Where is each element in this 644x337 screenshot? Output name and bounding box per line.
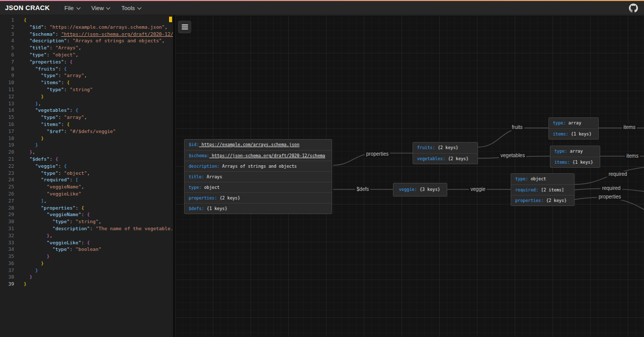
node-key: type:: [554, 149, 568, 154]
edge-label: vegetables: [499, 153, 526, 159]
node-row[interactable]: type: array: [550, 146, 600, 157]
line-number: 21: [0, 156, 14, 163]
editor-line[interactable]: 30 "type": "string",: [0, 218, 173, 225]
editor-line[interactable]: 17 "$ref": "#/$defs/veggie": [0, 128, 173, 135]
graph-edge: [478, 128, 548, 147]
editor-line[interactable]: 24 "required": [: [0, 176, 173, 183]
editor-line[interactable]: 1{: [0, 17, 173, 24]
node-row[interactable]: items: {1 keys}: [550, 157, 600, 167]
editor-line[interactable]: 6 "type": "object",: [0, 51, 173, 58]
menu-tools[interactable]: Tools: [117, 3, 146, 13]
node-value: {2 keys}: [217, 195, 240, 200]
editor-line[interactable]: 8 "fruits": {: [0, 65, 173, 73]
graph-node-fruits-items[interactable]: type: arrayitems: {1 keys}: [548, 117, 599, 140]
editor-line[interactable]: 32 },: [0, 232, 173, 239]
line-number: 26: [0, 190, 14, 197]
github-icon[interactable]: [629, 4, 638, 13]
line-number: 19: [0, 142, 14, 149]
line-number: 39: [0, 281, 14, 288]
editor-line[interactable]: 4 "description": "Arrays of strings and …: [0, 37, 173, 44]
line-number: 23: [0, 170, 14, 177]
line-number: 33: [0, 239, 14, 246]
menu-file-label: File: [64, 5, 74, 11]
menu-file[interactable]: File: [60, 3, 85, 13]
node-row[interactable]: vegetables: {2 keys}: [413, 153, 477, 164]
node-key: veggie:: [399, 187, 417, 192]
app-logo[interactable]: JSON CRACK: [5, 4, 50, 12]
editor-line[interactable]: 5 "title": "Arrays",: [0, 44, 173, 51]
editor-line[interactable]: 28 "properties": {: [0, 205, 173, 212]
node-row[interactable]: properties: {2 keys}: [185, 192, 332, 203]
edge-label: items: [625, 153, 640, 159]
editor-line[interactable]: 37 }: [0, 267, 173, 274]
editor-line[interactable]: 12 }: [0, 93, 173, 100]
menu-view[interactable]: View: [87, 3, 115, 13]
node-row[interactable]: required: [2 items]: [511, 184, 574, 195]
editor-line[interactable]: 31 "description": "The name of the veget…: [0, 225, 173, 232]
node-row[interactable]: title: Arrays: [185, 171, 332, 182]
line-number: 14: [0, 107, 14, 114]
node-key: type:: [189, 185, 202, 190]
node-key: vegetables:: [417, 156, 445, 161]
editor-line[interactable]: 10 "items": {: [0, 79, 173, 86]
edge-label: items: [622, 124, 637, 130]
editor-line[interactable]: 3 "$schema": "https://json-schema.org/dr…: [0, 31, 173, 38]
editor-line[interactable]: 18 }: [0, 135, 173, 142]
editor-line[interactable]: 15 "type": "array",: [0, 114, 173, 121]
node-key: $schema:: [189, 153, 209, 158]
node-row[interactable]: $schema: https://json-schema.org/draft/2…: [185, 150, 332, 161]
editor-line[interactable]: 26 "veggieLike": [0, 190, 173, 197]
editor-line[interactable]: 36 }: [0, 260, 173, 267]
editor-line[interactable]: 9 "type": "array",: [0, 72, 173, 79]
editor-line[interactable]: 14 "vegetables": {: [0, 107, 173, 114]
editor-line[interactable]: 13 },: [0, 100, 173, 107]
graph-node-veggie-object[interactable]: type: objectrequired: [2 items]propertie…: [511, 173, 575, 206]
editor-line[interactable]: 38 }: [0, 274, 173, 281]
line-number: 38: [0, 274, 14, 281]
node-row[interactable]: type: object: [511, 174, 574, 184]
graph-menu-button[interactable]: [178, 21, 191, 33]
editor-line[interactable]: 39}: [0, 281, 173, 288]
editor-line[interactable]: 29 "veggieName": {: [0, 211, 173, 218]
editor-line[interactable]: 21 "$defs": {: [0, 156, 173, 163]
node-row[interactable]: $defs: {1 keys}: [185, 203, 332, 214]
node-row[interactable]: veggie: {3 keys}: [393, 183, 447, 196]
node-value: object: [528, 176, 546, 181]
node-row[interactable]: type: array: [549, 118, 598, 128]
editor-line[interactable]: 25 "veggieName",: [0, 183, 173, 190]
editor-line[interactable]: 19 }: [0, 142, 173, 149]
editor-line[interactable]: 23 "type": "object",: [0, 170, 173, 177]
editor-line[interactable]: 20 },: [0, 149, 173, 156]
editor-line[interactable]: 33 "veggieLike": {: [0, 239, 173, 246]
node-value: {2 keys}: [445, 156, 468, 161]
editor-line[interactable]: 34 "type": "boolean": [0, 246, 173, 253]
editor-line[interactable]: 7 "properties": {: [0, 58, 173, 65]
node-row[interactable]: $id: https://example.com/arrays.schema.j…: [185, 140, 332, 150]
graph-node-root[interactable]: $id: https://example.com/arrays.schema.j…: [184, 139, 332, 214]
line-number: 1: [0, 17, 14, 24]
graph-node-properties[interactable]: fruits: {2 keys}vegetables: {2 keys}: [413, 142, 478, 164]
line-number: 12: [0, 93, 14, 100]
overview-ruler-mark: [169, 17, 172, 22]
json-editor[interactable]: 1{2 "$id": "https://example.com/arrays.s…: [0, 15, 173, 337]
node-row[interactable]: fruits: {2 keys}: [413, 143, 477, 153]
line-number: 32: [0, 232, 14, 239]
editor-line[interactable]: 16 "items": {: [0, 121, 173, 128]
menu-tools-label: Tools: [121, 5, 135, 11]
node-row[interactable]: items: {1 keys}: [549, 128, 598, 139]
editor-line[interactable]: 22 "veggie": {: [0, 163, 173, 170]
editor-line[interactable]: 2 "$id": "https://example.com/arrays.sch…: [0, 24, 173, 31]
editor-line[interactable]: 11 "type": "string": [0, 86, 173, 93]
graph-canvas[interactable]: properties$defsfruitsvegetablesitemsitem…: [175, 15, 644, 337]
node-row[interactable]: description: Arrays of strings and objec…: [185, 161, 332, 171]
graph-node-vegetables-items[interactable]: type: arrayitems: {1 keys}: [550, 146, 600, 168]
editor-line[interactable]: 27 ],: [0, 197, 173, 205]
edge-label: fruits: [510, 124, 524, 130]
node-row[interactable]: properties: {2 keys}: [511, 195, 574, 206]
line-number: 20: [0, 149, 14, 156]
line-number: 36: [0, 260, 14, 267]
line-number: 35: [0, 253, 14, 260]
editor-line[interactable]: 35 }: [0, 253, 173, 260]
node-row[interactable]: type: object: [185, 182, 332, 192]
graph-node-veggie[interactable]: veggie: {3 keys}: [393, 183, 447, 196]
